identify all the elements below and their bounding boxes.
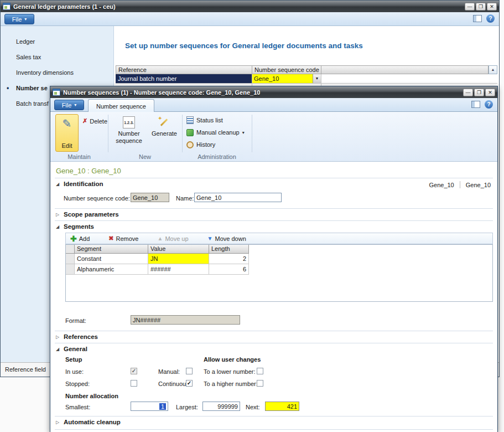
- dropdown-icon[interactable]: ▼: [313, 74, 321, 83]
- cleanup-icon: [186, 129, 194, 136]
- to-lower-number-checkbox[interactable]: [257, 368, 263, 374]
- continuous-checkbox[interactable]: [186, 380, 193, 387]
- layout-pane-icon[interactable]: [471, 101, 480, 108]
- combo-value[interactable]: Gene_10: [252, 74, 313, 83]
- bg-title-bar[interactable]: General ledger parameters (1 - ceu) — ❐ …: [1, 1, 499, 12]
- selected-text: 1: [159, 403, 166, 410]
- in-use-checkbox[interactable]: [131, 368, 137, 374]
- row-selector[interactable]: [66, 264, 75, 275]
- scroll-up-button[interactable]: ▲: [489, 65, 497, 74]
- generate-button[interactable]: ✦ Generate: [149, 114, 180, 137]
- collapsed-icon: ▷: [56, 335, 59, 340]
- next-label: Next:: [246, 404, 260, 410]
- maximize-icon[interactable]: ❐: [474, 89, 484, 96]
- number-sequence-label: Number sequence: [116, 130, 142, 145]
- table-row[interactable]: Journal batch number Gene_10 ▼: [116, 74, 497, 84]
- section-segments[interactable]: ◢ Segments: [50, 223, 497, 233]
- section-scope-parameters[interactable]: ▷ Scope parameters: [50, 210, 497, 220]
- cell-value[interactable]: ######: [148, 264, 209, 275]
- move-down-button[interactable]: ▼ Move down: [207, 235, 246, 242]
- column-header-segment[interactable]: Segment: [75, 245, 148, 254]
- move-up-button[interactable]: ▲ Move up: [158, 235, 189, 242]
- section-general[interactable]: ◢ General: [50, 345, 497, 355]
- minimize-icon[interactable]: —: [463, 89, 473, 96]
- manual-cleanup-label: Manual cleanup: [196, 129, 240, 136]
- number-sequence-icon: 1.2.3.: [123, 116, 135, 128]
- manual-checkbox[interactable]: [186, 368, 193, 374]
- section-automatic-cleanup[interactable]: ▷ Automatic cleanup: [50, 418, 497, 428]
- cell-segment[interactable]: Constant: [75, 254, 148, 264]
- section-title: References: [64, 333, 98, 340]
- column-header-value[interactable]: Value: [148, 245, 209, 254]
- stopped-checkbox[interactable]: [131, 380, 137, 387]
- format-field[interactable]: JN######: [131, 315, 240, 325]
- bg-file-button[interactable]: File ▾: [4, 14, 34, 24]
- edit-button[interactable]: ✎ Edit: [55, 114, 79, 152]
- manual-label: Manual:: [158, 368, 180, 375]
- name-field[interactable]: Gene_10: [194, 193, 282, 202]
- sidebar-item-ledger[interactable]: Ledger: [1, 34, 113, 49]
- ribbon: ✎ Edit ✗ Delete Maintain 1.2.3. Number s…: [50, 112, 497, 162]
- stopped-label: Stopped:: [65, 380, 90, 387]
- history-button[interactable]: History: [186, 140, 215, 150]
- delete-button[interactable]: ✗ Delete: [80, 116, 110, 126]
- cell-segment[interactable]: Alphanumeric: [75, 264, 148, 275]
- sidebar-item-label: Batch transf: [16, 100, 49, 107]
- remove-button[interactable]: ✖ Remove: [108, 235, 138, 242]
- section-title: Identification: [64, 181, 103, 187]
- sidebar-item-sales-tax[interactable]: Sales tax: [1, 49, 113, 65]
- row-selector[interactable]: [66, 254, 75, 264]
- move-up-icon: ▲: [158, 235, 163, 241]
- summary-value: Gene_10: [429, 182, 454, 188]
- generate-label: Generate: [152, 130, 177, 137]
- cell-length[interactable]: 2: [209, 254, 249, 264]
- to-higher-number-label: To a higher number:: [204, 380, 258, 387]
- section-references[interactable]: ▷ References: [50, 333, 497, 343]
- file-label: File: [62, 102, 72, 109]
- help-icon[interactable]: ?: [486, 14, 495, 23]
- edit-label: Edit: [62, 142, 72, 149]
- layout-pane-icon[interactable]: [473, 15, 482, 22]
- move-down-label: Move down: [215, 235, 246, 242]
- number-sequence-button[interactable]: 1.2.3. Number sequence: [112, 114, 146, 145]
- table-row[interactable]: Constant JN 2: [66, 254, 492, 264]
- minimize-icon[interactable]: —: [465, 3, 475, 11]
- bg-window-title: General ledger parameters (1 - ceu): [13, 3, 116, 10]
- next-field[interactable]: 421: [265, 402, 299, 411]
- bg-menu-strip: File ▾ ?: [1, 12, 499, 26]
- to-lower-number-label: To a lower number:: [204, 368, 256, 375]
- manual-cleanup-button[interactable]: Manual cleanup ▾: [186, 127, 245, 137]
- tab-number-sequence[interactable]: Number sequence: [88, 99, 154, 112]
- close-icon[interactable]: ✕: [485, 89, 495, 96]
- cell-length[interactable]: 6: [209, 264, 249, 275]
- sidebar-item-label: Inventory dimensions: [16, 69, 74, 76]
- setup-heading: Setup: [65, 356, 82, 363]
- cell-value[interactable]: JN: [148, 254, 209, 264]
- smallest-field[interactable]: 1: [131, 402, 168, 411]
- table-row[interactable]: Alphanumeric ###### 6: [66, 264, 492, 275]
- history-clock-icon: [186, 141, 194, 148]
- group-label-new: New: [108, 153, 182, 160]
- delete-label: Delete: [90, 118, 107, 125]
- column-header-reference[interactable]: Reference: [116, 65, 252, 74]
- number-sequence-code-combo[interactable]: Gene_10 ▼: [252, 74, 321, 84]
- group-label-administration: Administration: [182, 153, 252, 160]
- expanded-icon: ◢: [56, 347, 59, 352]
- chevron-down-icon: ▾: [74, 102, 76, 107]
- maximize-icon[interactable]: ❐: [476, 3, 486, 11]
- to-higher-number-checkbox[interactable]: [257, 380, 263, 387]
- fg-file-button[interactable]: File ▾: [54, 100, 84, 110]
- column-header-number-sequence-code[interactable]: Number sequence code: [252, 65, 321, 74]
- close-icon[interactable]: ✕: [487, 3, 497, 11]
- help-icon[interactable]: ?: [485, 100, 493, 109]
- add-button[interactable]: ✚ Add: [70, 235, 90, 242]
- fg-window-title: Number sequences (1) - Number sequence c…: [63, 89, 260, 96]
- largest-field[interactable]: 999999: [202, 402, 240, 411]
- sidebar-item-inventory-dimensions[interactable]: Inventory dimensions: [1, 65, 113, 80]
- number-sequence-code-field[interactable]: Gene_10: [131, 193, 169, 202]
- column-header-length[interactable]: Length: [209, 245, 249, 254]
- cell-reference[interactable]: Journal batch number: [116, 74, 252, 84]
- pencil-icon: ✎: [63, 118, 72, 129]
- fg-title-bar[interactable]: Number sequences (1) - Number sequence c…: [50, 86, 497, 98]
- status-list-button[interactable]: Status list: [186, 115, 223, 125]
